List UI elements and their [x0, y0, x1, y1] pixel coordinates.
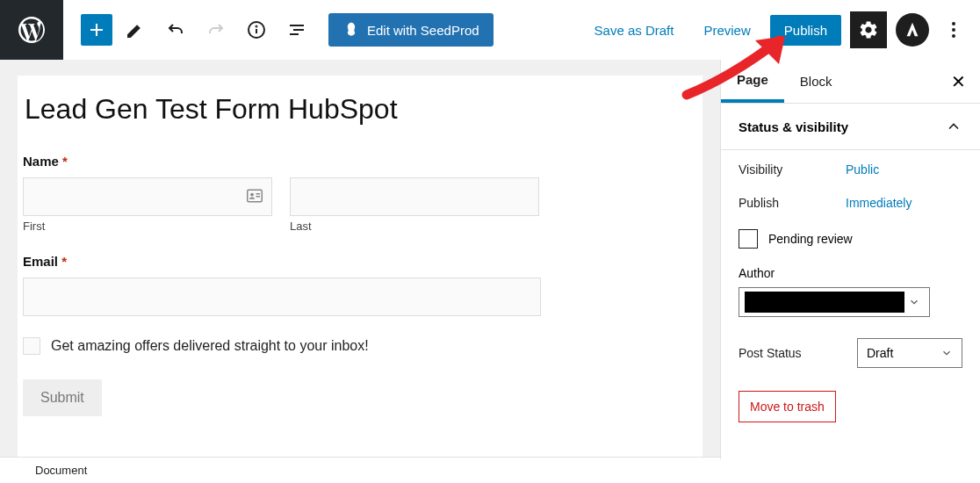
add-block-button[interactable]: [81, 14, 112, 46]
edit-mode-icon[interactable]: [118, 12, 153, 47]
email-field-label: Email *: [23, 254, 688, 269]
move-to-trash-button[interactable]: Move to trash: [739, 391, 836, 422]
pending-review-checkbox[interactable]: [739, 229, 758, 249]
undo-icon[interactable]: [158, 12, 193, 47]
post-status-label: Post Status: [739, 346, 846, 360]
visibility-value[interactable]: Public: [846, 162, 879, 177]
status-visibility-panel-toggle[interactable]: Status & visibility: [721, 104, 980, 150]
close-sidebar-icon[interactable]: ✕: [937, 71, 980, 92]
chevron-down-icon: [908, 296, 920, 308]
offers-checkbox[interactable]: [23, 337, 40, 355]
astra-icon[interactable]: [896, 13, 929, 47]
panel-title: Status & visibility: [739, 119, 848, 134]
last-name-input[interactable]: [290, 177, 539, 216]
publish-date-label: Publish: [739, 196, 846, 210]
save-draft-link[interactable]: Save as Draft: [584, 16, 685, 45]
tab-page[interactable]: Page: [721, 60, 784, 103]
edit-seedprod-button[interactable]: Edit with SeedProd: [328, 13, 494, 47]
preview-link[interactable]: Preview: [693, 16, 760, 45]
author-label: Author: [739, 266, 962, 280]
submit-button[interactable]: Submit: [23, 379, 102, 416]
chevron-down-icon: [940, 347, 953, 359]
svg-point-2: [256, 26, 257, 27]
more-options-icon[interactable]: [938, 14, 969, 46]
publish-date-value[interactable]: Immediately: [846, 196, 912, 210]
redo-icon[interactable]: [198, 12, 234, 47]
author-value-redacted: [745, 292, 904, 313]
email-input[interactable]: [23, 278, 541, 316]
outline-icon[interactable]: [279, 12, 314, 47]
breadcrumb[interactable]: Document: [0, 457, 720, 483]
seedprod-label: Edit with SeedProd: [367, 23, 479, 38]
author-select[interactable]: [739, 287, 930, 317]
pending-review-label: Pending review: [768, 232, 853, 246]
chevron-up-icon: [945, 118, 962, 135]
visibility-label: Visibility: [739, 162, 846, 177]
svg-point-7: [250, 193, 254, 197]
wordpress-logo[interactable]: [0, 0, 63, 60]
info-icon[interactable]: [239, 12, 274, 47]
first-name-input[interactable]: [23, 177, 272, 216]
contact-card-icon: [247, 189, 263, 203]
tab-block[interactable]: Block: [784, 60, 848, 103]
last-sublabel: Last: [290, 220, 539, 233]
name-field-label: Name *: [23, 154, 688, 169]
page-title[interactable]: Lead Gen Test Form HubSpot: [23, 93, 688, 126]
post-status-select[interactable]: Draft: [857, 338, 962, 368]
settings-button[interactable]: [850, 11, 887, 48]
post-status-value: Draft: [867, 346, 893, 360]
offers-label: Get amazing offers delivered straight to…: [51, 338, 369, 354]
first-sublabel: First: [23, 220, 272, 233]
editor-canvas-area[interactable]: Lead Gen Test Form HubSpot Name * First …: [0, 60, 720, 459]
publish-button[interactable]: Publish: [770, 15, 841, 46]
